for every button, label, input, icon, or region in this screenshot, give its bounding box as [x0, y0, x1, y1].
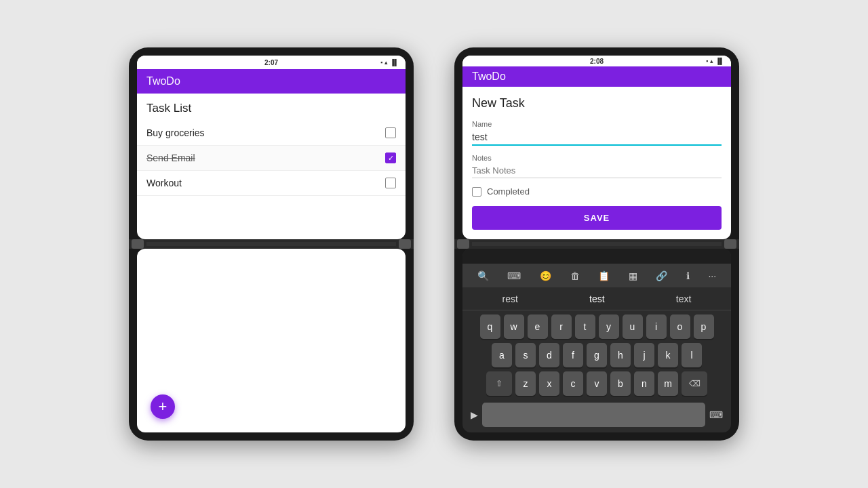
suggestion-text[interactable]: text: [668, 291, 700, 307]
key-k[interactable]: k: [658, 343, 678, 367]
key-f[interactable]: f: [563, 343, 583, 367]
right-hinge-clip-right: [724, 239, 736, 249]
kb-link-icon[interactable]: 🔗: [652, 268, 671, 284]
right-status-icons: ▪ ▴ ▐▌: [706, 58, 724, 64]
suggestion-rest[interactable]: rest: [494, 291, 526, 307]
right-hinge: [454, 239, 739, 249]
key-j[interactable]: j: [634, 343, 654, 367]
new-task-form: New Task Name Notes Completed SAVE: [462, 87, 731, 239]
space-key[interactable]: [482, 403, 705, 427]
globe-icon[interactable]: ▶: [471, 409, 478, 420]
right-hinge-clip-left: [457, 239, 469, 249]
key-x[interactable]: x: [539, 371, 559, 396]
right-status-bar: 2:08 ▪ ▴ ▐▌: [462, 56, 731, 66]
key-q[interactable]: q: [480, 314, 500, 339]
keyboard-toolbar: 🔍 ⌨ 😊 🗑 📋 ▦ 🔗 ℹ ···: [462, 264, 731, 288]
kb-clipboard-icon[interactable]: 📋: [594, 268, 614, 284]
suggestion-test[interactable]: test: [581, 291, 613, 307]
key-v[interactable]: v: [587, 371, 607, 396]
key-p[interactable]: p: [694, 314, 714, 339]
signal-icon: ▪: [380, 59, 382, 66]
battery-icon: ▐▌: [390, 59, 399, 66]
right-app-bar: TwoDo: [462, 66, 731, 87]
shift-key[interactable]: ⇧: [486, 371, 512, 396]
left-status-time: 2:07: [264, 59, 278, 66]
key-y[interactable]: y: [599, 314, 619, 339]
left-device: 2:07 ▪ ▴ ▐▌ TwoDo Task List Buy grocerie…: [129, 47, 414, 441]
notes-field-container: Notes: [472, 154, 722, 178]
right-app-title: TwoDo: [472, 70, 506, 83]
kb-delete-icon[interactable]: 🗑: [566, 268, 584, 284]
kb-emoji-icon[interactable]: 😊: [536, 268, 555, 284]
key-m[interactable]: m: [658, 371, 678, 396]
key-l[interactable]: l: [682, 343, 702, 367]
task-item-workout[interactable]: Workout: [137, 171, 406, 196]
task-label-send-email: Send Email: [146, 152, 195, 163]
completed-row: Completed: [472, 186, 722, 197]
key-s[interactable]: s: [515, 343, 536, 367]
task-checkbox-workout[interactable]: [385, 178, 396, 188]
right-wifi-icon: ▴: [710, 58, 713, 64]
completed-checkbox[interactable]: [472, 187, 481, 197]
key-g[interactable]: g: [587, 343, 607, 367]
right-hinge-bar: [472, 242, 722, 246]
task-item-buy-groceries[interactable]: Buy groceries: [137, 121, 406, 146]
kb-search-icon[interactable]: 🔍: [473, 268, 493, 284]
task-list-header: Task List: [137, 94, 406, 121]
key-t[interactable]: t: [575, 314, 595, 339]
form-title: New Task: [472, 96, 722, 110]
key-n[interactable]: n: [634, 371, 654, 396]
wifi-icon: ▴: [384, 59, 388, 66]
suggestions-bar: rest test text: [462, 287, 731, 310]
notes-label: Notes: [472, 154, 722, 162]
key-w[interactable]: w: [504, 314, 524, 339]
name-label: Name: [472, 120, 722, 128]
keyboard-top-space: [462, 249, 731, 264]
key-row-1: q w e r t y u i o p: [465, 314, 728, 339]
right-device: 2:08 ▪ ▴ ▐▌ TwoDo New Task Name Notes: [454, 47, 739, 441]
hinge-bar: [146, 242, 396, 246]
left-device-top-screen: 2:07 ▪ ▴ ▐▌ TwoDo Task List Buy grocerie…: [137, 56, 406, 239]
left-app-title: TwoDo: [146, 75, 180, 87]
left-device-bottom-screen: +: [137, 249, 406, 432]
key-row-4: ▶ ⌨: [465, 400, 728, 430]
left-app-bar: TwoDo: [137, 69, 406, 94]
key-h[interactable]: h: [610, 343, 631, 367]
name-input[interactable]: [472, 129, 722, 146]
key-c[interactable]: c: [563, 371, 583, 396]
kb-more-icon[interactable]: ···: [704, 268, 720, 284]
backspace-key[interactable]: ⌫: [682, 371, 707, 396]
task-label-buy-groceries: Buy groceries: [146, 127, 205, 138]
task-checkbox-buy-groceries[interactable]: [385, 127, 396, 138]
key-o[interactable]: o: [670, 314, 690, 339]
right-status-time: 2:08: [590, 58, 604, 65]
kb-info-icon[interactable]: ℹ: [682, 268, 694, 284]
save-button[interactable]: SAVE: [472, 206, 722, 230]
key-u[interactable]: u: [623, 314, 643, 339]
left-status-icons: ▪ ▴ ▐▌: [380, 59, 399, 66]
right-battery-icon: ▐▌: [715, 58, 724, 64]
keyboard-area: 🔍 ⌨ 😊 🗑 📋 ▦ 🔗 ℹ ··· rest test text q w e…: [462, 249, 731, 432]
right-device-top-screen: 2:08 ▪ ▴ ▐▌ TwoDo New Task Name Notes: [462, 56, 731, 239]
key-a[interactable]: a: [492, 343, 512, 367]
key-b[interactable]: b: [610, 371, 631, 396]
key-row-2: a s d f g h j k l: [465, 343, 728, 367]
key-i[interactable]: i: [646, 314, 667, 339]
key-z[interactable]: z: [515, 371, 536, 396]
key-e[interactable]: e: [528, 314, 548, 339]
keyboard-dismiss-icon[interactable]: ⌨: [709, 409, 723, 420]
left-hinge: [129, 239, 414, 249]
task-checkbox-send-email[interactable]: [385, 152, 396, 163]
kb-table-icon[interactable]: ▦: [625, 268, 642, 284]
key-d[interactable]: d: [539, 343, 559, 367]
task-item-send-email[interactable]: Send Email: [137, 146, 406, 171]
right-signal-icon: ▪: [706, 58, 708, 64]
keyboard-keys: q w e r t y u i o p a s d f g h j k: [462, 310, 731, 432]
hinge-clip-right: [399, 239, 411, 249]
notes-input[interactable]: [472, 163, 722, 178]
fab-add-task[interactable]: +: [151, 394, 175, 419]
hinge-clip-left: [132, 239, 144, 249]
kb-keyboard-icon[interactable]: ⌨: [503, 268, 525, 284]
task-label-workout: Workout: [146, 178, 182, 188]
key-r[interactable]: r: [551, 314, 572, 339]
